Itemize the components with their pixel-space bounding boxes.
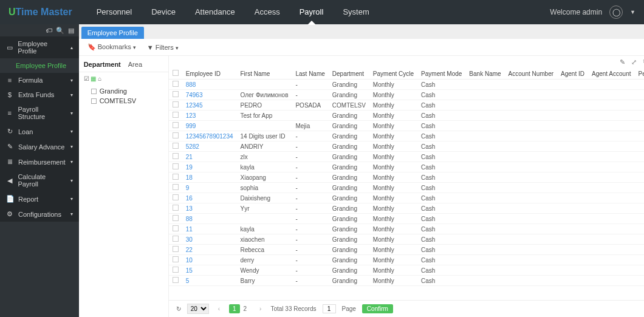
employee-id-link[interactable]: 12345 [182, 100, 237, 111]
col-payment-mode[interactable]: Payment Mode [417, 68, 465, 80]
row-checkbox[interactable] [173, 132, 179, 138]
goto-page-input[interactable] [323, 304, 336, 313]
employee-id-link[interactable]: 123 [182, 111, 237, 121]
employee-id-link[interactable]: 88 [182, 214, 237, 224]
page-2[interactable]: 2 [240, 304, 251, 313]
org-tree-icon[interactable]: ⌂ [98, 75, 101, 82]
employee-id-link[interactable]: 16 [182, 193, 237, 203]
nav-attendance[interactable]: Attendance [185, 0, 245, 24]
row-checkbox[interactable] [173, 112, 179, 118]
col-first-name[interactable]: First Name [237, 68, 292, 80]
employee-id-link[interactable]: 999 [182, 121, 237, 131]
sidebar-salary-advance[interactable]: ✎Salary Advance▾ [0, 139, 79, 154]
collapse-icon[interactable]: ▤ [68, 27, 74, 35]
sidebar-reimbursement[interactable]: ≣Reimbursement▾ [0, 154, 79, 169]
employee-id-link[interactable]: 18 [182, 172, 237, 183]
sidebar-configurations[interactable]: ⚙Configurations▾ [0, 206, 79, 222]
edit-icon[interactable]: ✎ [620, 58, 625, 66]
row-checkbox[interactable] [173, 277, 179, 283]
sidebar-sub-employee-profile[interactable]: Employee Profile [0, 58, 79, 73]
row-checkbox[interactable] [173, 184, 179, 190]
prev-page-button[interactable]: ‹ [215, 304, 223, 313]
col-department[interactable]: Department [329, 68, 369, 80]
tree-view-icon[interactable]: ▦ [91, 75, 96, 82]
nav-personnel[interactable]: Personnel [87, 0, 142, 24]
row-checkbox[interactable] [173, 267, 179, 273]
select-all-checkbox[interactable] [173, 70, 179, 76]
footer-refresh-icon[interactable]: ↻ [176, 305, 181, 312]
employee-id-link[interactable]: 11 [182, 224, 237, 234]
employee-id-link[interactable]: 10 [182, 255, 237, 265]
row-checkbox[interactable] [173, 143, 179, 149]
employee-id-link[interactable]: 22 [182, 245, 237, 255]
employee-id-link[interactable]: 21 [182, 152, 237, 162]
col-employee-id[interactable]: Employee ID [182, 68, 237, 80]
row-checkbox[interactable] [173, 163, 179, 169]
sidebar-icon: 📄 [6, 195, 13, 203]
row-checkbox[interactable] [173, 101, 179, 107]
row-checkbox[interactable] [173, 91, 179, 97]
sidebar-extra-funds[interactable]: $Extra Funds▾ [0, 87, 79, 102]
sidebar-icon: ≡ [6, 77, 13, 84]
filters-button[interactable]: ▼ Filters ▾ [147, 44, 179, 51]
bookmarks-button[interactable]: 🔖 Bookmarks ▾ [87, 43, 136, 51]
tab-employee-profile[interactable]: Employee Profile [81, 27, 144, 39]
expand-icon[interactable]: ⤢ [631, 58, 637, 66]
row-checkbox[interactable] [173, 236, 179, 242]
table-row: 18Xiaopang-GrandingMonthlyCash✎ [169, 172, 644, 183]
cell-department: Granding [329, 214, 369, 224]
search-icon[interactable]: 🔍 [56, 27, 64, 35]
row-checkbox[interactable] [173, 174, 179, 180]
tree-node[interactable]: COMTELSV [84, 96, 163, 106]
col-last-name[interactable]: Last Name [292, 68, 328, 80]
col-payment-cycle[interactable]: Payment Cycle [369, 68, 417, 80]
tree-node[interactable]: Granding [84, 86, 163, 96]
employee-id-link[interactable]: 5 [182, 276, 237, 286]
col-account-number[interactable]: Account Number [505, 68, 557, 80]
nav-system[interactable]: System [333, 0, 379, 24]
tag-icon[interactable]: 🏷 [46, 27, 52, 34]
employee-id-link[interactable]: 15 [182, 265, 237, 276]
sidebar-loan[interactable]: ↻Loan▾ [0, 124, 79, 139]
employee-id-link[interactable]: 74963 [182, 90, 237, 100]
lp-tab-area[interactable]: Area [128, 61, 142, 68]
employee-id-link[interactable]: 19 [182, 162, 237, 172]
checkbox-icon[interactable] [91, 98, 97, 104]
user-menu-caret-icon[interactable]: ▼ [630, 9, 635, 15]
nav-payroll[interactable]: Payroll [290, 0, 334, 24]
col-personnel-id[interactable]: Personnel ID [635, 68, 645, 80]
nav-device[interactable]: Device [142, 0, 185, 24]
sidebar-payroll-structure[interactable]: ≡Payroll Structure▾ [0, 102, 79, 124]
sidebar-calculate-payroll[interactable]: ◀Calculate Payroll▾ [0, 169, 79, 191]
page-1[interactable]: 1 [229, 304, 240, 313]
employee-id-link[interactable]: 30 [182, 234, 237, 245]
row-checkbox[interactable] [173, 225, 179, 231]
nav-access[interactable]: Access [245, 0, 290, 24]
user-avatar-icon[interactable]: ◯ [609, 5, 623, 19]
next-page-button[interactable]: › [256, 304, 264, 313]
page-size-select[interactable]: 20 [187, 304, 209, 314]
check-all-icon[interactable]: ☑ [84, 75, 89, 82]
employee-id-link[interactable]: 13 [182, 203, 237, 214]
row-checkbox[interactable] [173, 205, 179, 211]
col-agent-account[interactable]: Agent Account [588, 68, 635, 80]
row-checkbox[interactable] [173, 194, 179, 200]
row-checkbox[interactable] [173, 256, 179, 262]
col-agent-id[interactable]: Agent ID [557, 68, 588, 80]
checkbox-icon[interactable] [91, 89, 97, 94]
row-checkbox[interactable] [173, 122, 179, 128]
employee-id-link[interactable]: 12345678901234 [182, 131, 237, 141]
col-bank-name[interactable]: Bank Name [465, 68, 504, 80]
employee-id-link[interactable]: 9 [182, 183, 237, 193]
sidebar-report[interactable]: 📄Report▾ [0, 191, 79, 206]
confirm-button[interactable]: Confirm [362, 304, 393, 313]
sidebar-employee-profile[interactable]: ▭Employee Profile▴ [0, 36, 79, 58]
row-checkbox[interactable] [173, 153, 179, 159]
employee-id-link[interactable]: 888 [182, 80, 237, 90]
lp-tab-department[interactable]: Department [84, 61, 121, 68]
row-checkbox[interactable] [173, 215, 179, 221]
employee-id-link[interactable]: 5282 [182, 141, 237, 152]
sidebar-formula[interactable]: ≡Formula▾ [0, 73, 79, 87]
row-checkbox[interactable] [173, 246, 179, 252]
row-checkbox[interactable] [173, 81, 179, 87]
